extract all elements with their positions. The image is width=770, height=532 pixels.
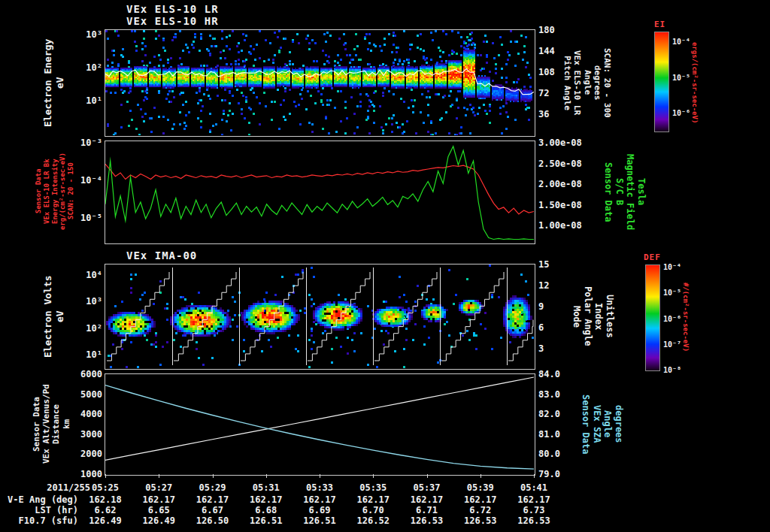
axis-label-line: erg/(cm²-sr-sec-eV) bbox=[59, 140, 67, 243]
table-value: 126.49 bbox=[135, 515, 183, 526]
table-value: 126.51 bbox=[296, 515, 344, 526]
tick-label: 10⁻⁴ bbox=[80, 176, 102, 185]
ima-left-axis-label: Electron VoltseV bbox=[42, 264, 69, 368]
axis-label-line: eV bbox=[54, 264, 66, 368]
axis-label-line: degrees bbox=[593, 30, 602, 135]
bfield-lineplot-canvas bbox=[105, 141, 534, 243]
table-value: 126.53 bbox=[456, 515, 505, 526]
x-axis-tick bbox=[213, 474, 214, 478]
axis-label-line: Index bbox=[593, 264, 604, 368]
x-axis-tick bbox=[373, 474, 374, 478]
tick-label: 10² bbox=[86, 324, 102, 333]
els-right-axis-label: Pitch AngleVEx ELS-10 LRAngledegreesSCAN… bbox=[562, 30, 614, 135]
tick-label: 10³ bbox=[86, 297, 102, 306]
ima-spectrogram-canvas bbox=[105, 264, 534, 368]
els-hr-title: VEx ELS-10 HR bbox=[126, 15, 219, 27]
axis-label-line: VEx ELS-10 LR Bk bbox=[43, 140, 51, 243]
ei-colorbar-units: ergs/(cm²-sr-sec-eV) bbox=[690, 30, 699, 135]
alt-sza-lineplot-canvas bbox=[105, 374, 534, 474]
table-value: 162.17 bbox=[242, 494, 290, 505]
tick-label: 82.0 bbox=[538, 410, 560, 419]
table-value: 6.72 bbox=[456, 505, 505, 515]
tick-label: 2.00e-08 bbox=[538, 180, 582, 189]
table-value: 162.17 bbox=[296, 494, 344, 505]
ima-right-ticks: 1512963 bbox=[538, 260, 568, 353]
table-value: 162.18 bbox=[81, 494, 129, 505]
axis-label-line: Mode bbox=[571, 264, 582, 368]
x-axis-tick bbox=[534, 474, 535, 478]
axis-label-line: VEx Alt/Venus/Pd bbox=[41, 374, 51, 474]
colorbar-tick-label: 10⁻⁵ bbox=[672, 74, 690, 82]
ei-colorbar bbox=[654, 32, 669, 132]
tick-label: 10¹ bbox=[86, 350, 102, 359]
axis-label-line: Distance bbox=[51, 374, 61, 474]
bfield-right-axis-label: Sensor DataS/C BMagnetic FieldTesla bbox=[603, 141, 647, 243]
tick-label: 1.00e-08 bbox=[538, 221, 582, 230]
tick-label: 12 bbox=[538, 281, 549, 290]
time-label: 05:27 bbox=[135, 482, 183, 493]
axis-label-line: Unitless bbox=[604, 264, 614, 368]
tick-label: 10⁴ bbox=[86, 271, 102, 280]
bfield-right-ticks: 3.00e-082.50e-082.00e-081.50e-081.00e-08 bbox=[538, 138, 597, 230]
table-value: 126.49 bbox=[81, 515, 129, 526]
table-value: 126.50 bbox=[189, 515, 237, 526]
def-colorbar bbox=[645, 264, 660, 371]
tick-label: 108 bbox=[538, 68, 555, 77]
axis-label-line: Pitch Angle bbox=[562, 30, 572, 135]
tick-label: 2.50e-08 bbox=[538, 159, 582, 168]
time-label: 05:33 bbox=[296, 482, 344, 493]
axis-label-line: Sensor Data bbox=[581, 374, 591, 474]
alt-right-ticks: 84.083.082.081.080.079.0 bbox=[538, 370, 574, 479]
table-value: 162.17 bbox=[349, 494, 397, 505]
table-value: 6.73 bbox=[510, 505, 558, 515]
table-value: 6.68 bbox=[242, 505, 290, 515]
tick-label: 83.0 bbox=[538, 390, 560, 399]
table-value: 162.17 bbox=[456, 494, 505, 505]
axis-label-line: Sensor Data bbox=[603, 141, 614, 243]
time-label: 05:31 bbox=[242, 482, 290, 493]
tick-label: 4000 bbox=[80, 410, 102, 419]
ima-right-axis-label: ModePolar AngleIndexUnitless bbox=[571, 264, 615, 368]
tick-label: 15 bbox=[538, 260, 549, 269]
table-value: 162.17 bbox=[510, 494, 558, 505]
axis-label-line: degrees bbox=[613, 374, 623, 474]
row-label: LST (hr) bbox=[0, 505, 78, 515]
bfield-left-ticks: 10⁻³10⁻⁴10⁻⁵ bbox=[72, 138, 102, 222]
axis-label-line: Sensor Data bbox=[35, 140, 43, 243]
table-value: 126.52 bbox=[349, 515, 397, 526]
tick-label: 5000 bbox=[80, 390, 102, 399]
time-label: 05:29 bbox=[189, 482, 237, 493]
tick-label: 6000 bbox=[80, 370, 102, 379]
row-label: F10.7 (sfu) bbox=[0, 515, 78, 526]
colorbar-units-text: #/(cm²-sr-sec-eV) bbox=[681, 264, 690, 370]
tick-label: 9 bbox=[538, 302, 544, 311]
axis-label-line: Energy Intensity bbox=[51, 140, 59, 243]
table-value: 6.71 bbox=[403, 505, 451, 515]
axis-label-line: Electron Volts bbox=[42, 264, 54, 368]
tick-label: 3 bbox=[538, 344, 544, 353]
time-label: 05:41 bbox=[510, 482, 558, 493]
tick-label: 10³ bbox=[86, 30, 102, 39]
axis-label-line: Electron Energy bbox=[42, 30, 54, 135]
tick-label: 10⁻³ bbox=[80, 138, 102, 147]
x-axis-tick bbox=[320, 474, 320, 478]
colorbar-units-text: ergs/(cm²-sr-sec-eV) bbox=[690, 30, 699, 135]
time-label: 05:35 bbox=[349, 482, 397, 493]
els-spectrogram-canvas bbox=[105, 30, 534, 135]
table-row-f107: F10.7 (sfu) 126.49126.49126.50126.51126.… bbox=[0, 515, 770, 526]
axis-label-line: Angle bbox=[582, 30, 592, 135]
table-value: 6.65 bbox=[135, 505, 183, 515]
axis-label-line: Polar Angle bbox=[582, 264, 593, 368]
tick-label: 3000 bbox=[80, 430, 102, 439]
alt-left-ticks: 600050004000300020001000 bbox=[72, 370, 102, 479]
colorbar-tick-label: 10⁻⁶ bbox=[663, 315, 681, 323]
axis-label-line: Magnetic Field bbox=[625, 141, 635, 243]
tick-label: 3.00e-08 bbox=[538, 138, 582, 147]
colorbar-tick-label: 10⁻⁴ bbox=[663, 263, 681, 271]
table-value: 162.17 bbox=[189, 494, 237, 505]
x-axis-tick bbox=[159, 474, 159, 478]
ima-title: VEx IMA-00 bbox=[126, 249, 197, 261]
els-left-axis-label: Electron EnergyeV bbox=[42, 30, 69, 135]
alt-right-axis-label: Sensor DataVEx SZAAngledegrees bbox=[581, 374, 624, 474]
x-axis-tick bbox=[105, 474, 106, 478]
